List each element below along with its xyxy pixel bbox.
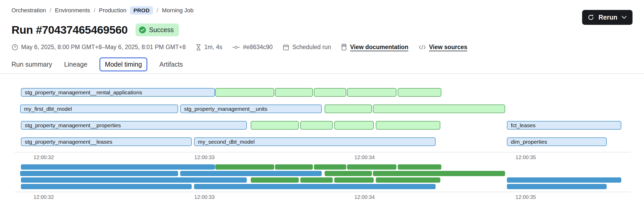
run-meta: May 6, 2025, 8:00 PM GMT+8–May 6, 2025, … <box>11 44 633 51</box>
gantt-bar[interactable] <box>373 105 505 113</box>
gantt-bar-fct-leases[interactable]: fct_leases <box>507 121 621 130</box>
view-documentation-link[interactable]: View documentation <box>350 44 408 51</box>
rerun-button[interactable]: Rerun <box>582 10 633 25</box>
gantt-bar-label: my_first_dbt_model <box>21 105 178 113</box>
model-timing-gantt: stg_property_management__rental_applicat… <box>14 88 628 164</box>
run-type: Scheduled run <box>283 44 331 51</box>
gantt-bar-stg-property-management-leases[interactable]: stg_property_management__leases <box>21 137 192 146</box>
gantt-bar <box>275 164 313 170</box>
axis-line <box>14 152 631 153</box>
commit-icon <box>232 44 240 51</box>
gantt-bar-label: dim_properties <box>507 138 606 146</box>
gantt-bar[interactable] <box>314 88 346 97</box>
clock-icon <box>11 44 18 51</box>
rerun-label: Rerun <box>599 14 617 21</box>
gantt-bar[interactable] <box>251 121 299 130</box>
gantt-bar[interactable] <box>215 88 274 97</box>
axis-tick-label: 12:00:32 <box>33 194 54 200</box>
chevron-down-icon <box>622 16 627 19</box>
axis-tick-label: 12:00:33 <box>194 194 215 200</box>
view-sources-link[interactable]: View sources <box>429 44 467 51</box>
gantt-bar-label: stg_property_management__leases <box>21 138 191 146</box>
gantt-bar[interactable] <box>398 88 441 97</box>
axis-tick-label: 12:00:34 <box>354 154 375 160</box>
axis-tick-label: 12:00:35 <box>516 194 536 200</box>
gantt-bar-label: stg_property_management__units <box>181 105 321 113</box>
tab-model-timing[interactable]: Model timing <box>99 57 148 71</box>
commit-sha-text: #e8634c90 <box>243 44 273 51</box>
tabs: Run summaryLineageModel timingArtifacts <box>11 57 633 73</box>
gantt-bar-my-second-dbt-model[interactable]: my_second_dbt_model <box>194 137 436 146</box>
gantt-bar-dim-properties[interactable]: dim_properties <box>507 137 607 146</box>
run-duration-text: 1m, 4s <box>204 44 222 51</box>
gantt-bar <box>325 171 372 176</box>
gantt-bar <box>314 164 346 170</box>
breadcrumb: Orchestration/Environments/ProductionPRO… <box>11 0 633 15</box>
tab-run-summary[interactable]: Run summary <box>11 58 52 71</box>
gantt-bar-dim-properties <box>507 184 607 189</box>
model-timing-panel: stg_property_management__rental_applicat… <box>14 88 628 203</box>
code-icon <box>418 44 426 50</box>
view-sources[interactable]: View sources <box>418 44 467 51</box>
gantt-bar[interactable] <box>334 121 374 130</box>
refresh-icon <box>587 14 594 21</box>
gantt-bar <box>215 164 274 170</box>
breadcrumb-item-morning-job[interactable]: Morning Job <box>162 7 194 14</box>
run-type-text: Scheduled run <box>292 44 331 51</box>
gantt-bar[interactable] <box>376 121 440 130</box>
environment-badge: PROD <box>130 6 153 15</box>
gantt-bar-my-first-dbt-model <box>20 171 178 176</box>
gantt-bar <box>334 177 374 183</box>
gantt-bar[interactable] <box>275 88 313 97</box>
tab-bar: Run summaryLineageModel timingArtifacts <box>0 57 644 74</box>
breadcrumb-item-production[interactable]: Production <box>99 7 126 14</box>
axis-line <box>14 192 631 192</box>
breadcrumb-separator: / <box>50 7 51 14</box>
success-check-icon <box>139 26 146 33</box>
commit-sha: #e8634c90 <box>232 44 273 51</box>
gantt-bar-stg-property-management-properties <box>21 177 247 183</box>
gantt-bar[interactable] <box>325 105 372 113</box>
run-schedule-text: May 6, 2025, 8:00 PM GMT+8–May 6, 2025, … <box>21 44 186 51</box>
gantt-bar-my-first-dbt-model[interactable]: my_first_dbt_model <box>20 105 178 113</box>
axis-tick-label: 12:00:33 <box>194 154 215 160</box>
gantt-bar[interactable] <box>300 121 333 130</box>
gantt-bar-fct-leases <box>507 177 621 183</box>
run-duration: 1m, 4s <box>196 44 222 51</box>
gantt-bar-stg-property-management-rental-applications <box>21 164 215 170</box>
gantt-bar-label: my_second_dbt_model <box>195 138 435 146</box>
breadcrumb-separator: / <box>94 7 95 14</box>
gantt-bar-stg-property-management-leases <box>21 184 192 189</box>
tab-lineage[interactable]: Lineage <box>64 58 87 71</box>
gantt-bar-label: stg_property_management__properties <box>21 121 246 129</box>
gantt-bar-stg-property-management-units[interactable]: stg_property_management__units <box>180 105 322 113</box>
breadcrumb-separator: / <box>157 7 158 14</box>
gantt-bar-my-second-dbt-model <box>194 184 436 189</box>
gantt-bar <box>376 177 440 183</box>
status-label: Success <box>149 26 174 34</box>
axis-tick-label: 12:00:34 <box>354 194 375 200</box>
status-badge: Success <box>136 24 179 36</box>
gantt-bar <box>300 177 333 183</box>
tab-artifacts[interactable]: Artifacts <box>159 58 183 71</box>
gantt-bar <box>373 171 505 176</box>
breadcrumb-item-environments[interactable]: Environments <box>55 7 90 14</box>
document-icon <box>341 44 347 51</box>
gantt-bar-label: stg_property_management__rental_applicat… <box>21 89 214 96</box>
axis-tick-label: 12:00:35 <box>516 154 536 160</box>
hourglass-icon <box>196 44 201 51</box>
model-timing-minimap[interactable]: 12:00:3212:00:3312:00:3412:00:35 <box>14 164 628 203</box>
gantt-bar <box>347 164 396 170</box>
run-header: Orchestration/Environments/ProductionPRO… <box>0 0 644 51</box>
view-documentation[interactable]: View documentation <box>341 44 408 51</box>
breadcrumb-item-orchestration[interactable]: Orchestration <box>11 7 46 14</box>
gantt-bar-stg-property-management-units <box>180 171 322 176</box>
gantt-bar-stg-property-management-rental-applications[interactable]: stg_property_management__rental_applicat… <box>21 88 215 97</box>
axis-tick-label: 12:00:32 <box>33 154 54 160</box>
gantt-bar <box>251 177 299 183</box>
gantt-bar <box>398 164 441 170</box>
run-schedule: May 6, 2025, 8:00 PM GMT+8–May 6, 2025, … <box>11 44 186 51</box>
gantt-bar-stg-property-management-properties[interactable]: stg_property_management__properties <box>21 121 247 130</box>
gantt-bar[interactable] <box>347 88 396 97</box>
gantt-bar-label: fct_leases <box>507 121 621 129</box>
